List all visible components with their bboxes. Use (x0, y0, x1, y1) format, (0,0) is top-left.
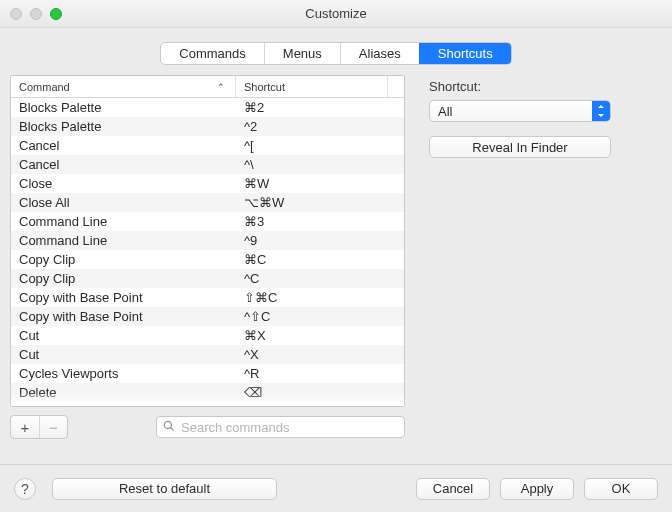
table-row[interactable]: Blocks Palette⌘2 (11, 98, 404, 117)
tab-bar: Commands Menus Aliases Shortcuts (160, 42, 511, 65)
search-icon (163, 420, 175, 435)
ok-button[interactable]: OK (584, 478, 658, 500)
table-row[interactable]: Cut⌘X (11, 326, 404, 345)
cell-command: Blocks Palette (11, 119, 236, 134)
cell-shortcut: ⌘C (236, 252, 404, 267)
add-button[interactable]: + (11, 416, 39, 438)
table-row[interactable]: Copy with Base Point^⇧C (11, 307, 404, 326)
cell-command: Cut (11, 347, 236, 362)
cell-shortcut: ^X (236, 347, 404, 362)
window-titlebar: Customize (0, 0, 672, 28)
cell-command: Copy with Base Point (11, 309, 236, 324)
apply-button[interactable]: Apply (500, 478, 574, 500)
cell-command: Close All (11, 195, 236, 210)
table-row[interactable]: Cut^X (11, 345, 404, 364)
cell-shortcut: ^9 (236, 233, 404, 248)
cell-command: Copy Clip (11, 252, 236, 267)
cell-command: Cut (11, 328, 236, 343)
column-header-command[interactable]: Command ⌃ (11, 76, 236, 97)
table-row[interactable]: Copy Clip^C (11, 269, 404, 288)
reveal-in-finder-button[interactable]: Reveal In Finder (429, 136, 611, 158)
cell-command: Cancel (11, 138, 236, 153)
cell-command: Cancel (11, 157, 236, 172)
table-row[interactable]: Cancel^\ (11, 155, 404, 174)
column-header-shortcut[interactable]: Shortcut (236, 76, 388, 97)
cell-shortcut: ^2 (236, 119, 404, 134)
shortcut-filter-label: Shortcut: (429, 79, 662, 94)
table-row[interactable]: Close All⌥⌘W (11, 193, 404, 212)
table-row[interactable]: Blocks Palette^2 (11, 117, 404, 136)
tab-aliases[interactable]: Aliases (340, 43, 419, 64)
search-field[interactable] (156, 416, 405, 438)
cell-shortcut: ⌘W (236, 176, 404, 191)
window-title: Customize (0, 6, 672, 21)
cell-shortcut: ⌥⌘W (236, 195, 404, 210)
cell-command: Copy Clip (11, 271, 236, 286)
table-row[interactable]: Cycles Viewports^R (11, 364, 404, 383)
tab-shortcuts[interactable]: Shortcuts (419, 43, 511, 64)
cell-shortcut: ^C (236, 271, 404, 286)
cell-command: Command Line (11, 214, 236, 229)
table-row[interactable]: Command Line⌘3 (11, 212, 404, 231)
tab-commands[interactable]: Commands (161, 43, 263, 64)
remove-button[interactable]: − (39, 416, 67, 438)
sort-indicator-icon: ⌃ (217, 82, 225, 92)
add-remove-toolbar: + − (10, 415, 68, 439)
select-stepper-icon (592, 101, 610, 121)
cell-shortcut: ^R (236, 366, 404, 381)
help-button[interactable]: ? (14, 478, 36, 500)
shortcuts-table: Command ⌃ Shortcut Blocks Palette⌘2Block… (10, 75, 405, 407)
tab-menus[interactable]: Menus (264, 43, 340, 64)
table-row[interactable]: Copy with Base Point⇧⌘C (11, 288, 404, 307)
cell-shortcut: ⇧⌘C (236, 290, 404, 305)
cell-command: Copy with Base Point (11, 290, 236, 305)
cell-command: Command Line (11, 233, 236, 248)
cell-command: Close (11, 176, 236, 191)
table-row[interactable]: Cancel^[ (11, 136, 404, 155)
search-input[interactable] (181, 420, 398, 435)
cell-shortcut: ⌘3 (236, 214, 404, 229)
column-header-spacer (388, 76, 404, 97)
cell-shortcut: ^⇧C (236, 309, 404, 324)
reset-to-default-button[interactable]: Reset to default (52, 478, 277, 500)
table-row[interactable]: Close⌘W (11, 174, 404, 193)
table-row[interactable]: Copy Clip⌘C (11, 250, 404, 269)
cell-shortcut: ⌘X (236, 328, 404, 343)
cell-command: Cycles Viewports (11, 366, 236, 381)
cell-command: Blocks Palette (11, 100, 236, 115)
shortcut-filter-select[interactable]: All (429, 100, 611, 122)
cell-shortcut: ^[ (236, 138, 404, 153)
cell-shortcut: ^\ (236, 157, 404, 172)
cell-shortcut: ⌘2 (236, 100, 404, 115)
cancel-button[interactable]: Cancel (416, 478, 490, 500)
shortcut-filter-value: All (438, 104, 452, 119)
table-row[interactable]: Command Line^9 (11, 231, 404, 250)
